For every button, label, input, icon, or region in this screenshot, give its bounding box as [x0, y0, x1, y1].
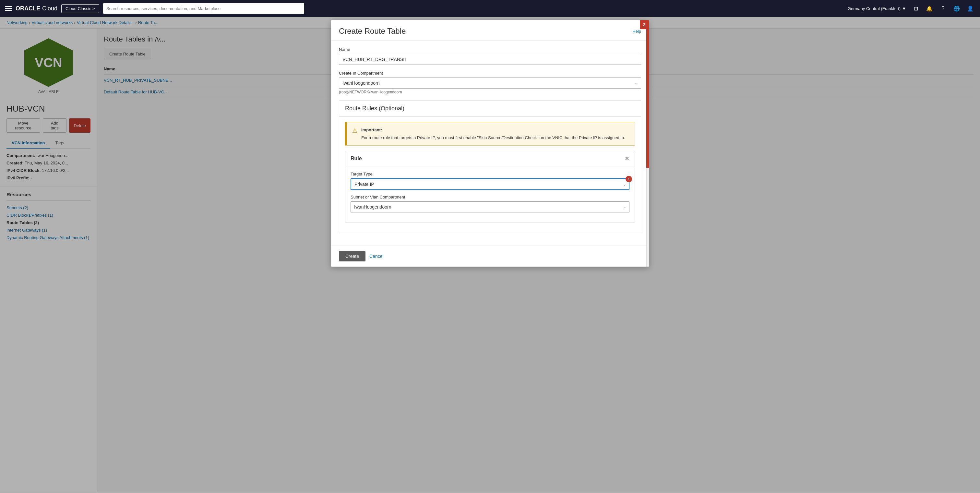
- warning-icon: ⚠: [352, 127, 357, 141]
- create-route-table-modal: 2 Create Route Table Help Name Create In…: [331, 20, 649, 267]
- rule-box: Rule ✕ Target Type 1: [345, 151, 635, 223]
- route-rules-body: ⚠ Important: For a route rule that targe…: [339, 117, 641, 233]
- subnet-compartment-row: Subnet or Vlan Compartment IwanHoogendoo…: [350, 195, 630, 212]
- modal-body: Name Create In Compartment IwanHoogendoo…: [331, 41, 649, 245]
- help-icon[interactable]: ?: [939, 4, 948, 13]
- target-type-select-wrapper: Private IP ⌄: [350, 178, 630, 190]
- cloud-classic-button[interactable]: Cloud Classic >: [61, 4, 99, 13]
- subnet-compartment-select[interactable]: IwanHoogendoorn: [350, 201, 630, 212]
- hamburger-menu[interactable]: [5, 6, 12, 11]
- target-type-field-wrapper: 1 Private IP ⌄: [350, 178, 630, 190]
- modal-footer: Create Cancel: [331, 245, 649, 267]
- modal-help-link[interactable]: Help: [632, 29, 641, 34]
- nav-icons: ⊡ 🔔 ? 🌐 👤: [911, 4, 975, 13]
- cloud-shell-icon[interactable]: ⊡: [911, 4, 920, 13]
- region-selector[interactable]: Germany Central (Frankfurt) ▼: [848, 6, 906, 11]
- subnet-label: Subnet or Vlan Compartment: [350, 195, 630, 199]
- rule-body: Target Type 1 Private IP ⌄: [345, 166, 635, 222]
- modal-header: Create Route Table Help: [331, 20, 649, 41]
- target-type-row: Target Type 1 Private IP ⌄: [350, 172, 630, 190]
- route-rules-section: Route Rules (Optional) ⚠ Important: For …: [339, 100, 641, 233]
- modal-title: Create Route Table: [339, 27, 406, 36]
- rule-header: Rule ✕: [345, 151, 635, 166]
- chevron-down-icon: ▼: [902, 6, 906, 11]
- top-navigation: ORACLE Cloud Cloud Classic > Germany Cen…: [0, 0, 980, 17]
- modal-overlay: 2 Create Route Table Help Name Create In…: [0, 17, 980, 493]
- bell-icon[interactable]: 🔔: [925, 4, 934, 13]
- modal-cancel-button[interactable]: Cancel: [369, 254, 383, 259]
- name-label: Name: [339, 47, 641, 52]
- target-type-label: Target Type: [350, 172, 630, 177]
- subnet-select-wrapper: IwanHoogendoorn ⌄: [350, 201, 630, 212]
- nav-right: Germany Central (Frankfurt) ▼ ⊡ 🔔 ? 🌐 👤: [848, 4, 975, 13]
- name-field-group: Name: [339, 47, 641, 65]
- route-rules-title: Route Rules (Optional): [345, 105, 635, 112]
- important-text: Important: For a route rule that targets…: [361, 127, 625, 141]
- badge-1: 1: [625, 176, 632, 182]
- important-notice: ⚠ Important: For a route rule that targe…: [345, 122, 635, 146]
- compartment-select[interactable]: IwanHoogendoorn: [339, 78, 641, 89]
- user-icon[interactable]: 👤: [966, 4, 975, 13]
- search-bar[interactable]: [103, 3, 304, 14]
- modal-create-button[interactable]: Create: [339, 251, 366, 261]
- scroll-indicator: [646, 20, 649, 267]
- compartment-path: (root)/NETWORK/IwanHoogendoorn: [339, 90, 641, 94]
- rule-title: Rule: [350, 156, 362, 162]
- rule-close-button[interactable]: ✕: [625, 155, 630, 162]
- compartment-field-group: Create In Compartment IwanHoogendoorn ⌄ …: [339, 71, 641, 94]
- compartment-select-wrapper: IwanHoogendoorn ⌄: [339, 78, 641, 89]
- name-input[interactable]: [339, 54, 641, 65]
- search-input[interactable]: [107, 6, 301, 11]
- scroll-thumb[interactable]: [646, 20, 649, 168]
- oracle-logo: ORACLE Cloud: [16, 5, 57, 12]
- compartment-label: Create In Compartment: [339, 71, 641, 76]
- corner-badge: 2: [640, 20, 649, 29]
- route-rules-header: Route Rules (Optional): [339, 100, 641, 117]
- globe-icon[interactable]: 🌐: [952, 4, 961, 13]
- target-type-select[interactable]: Private IP: [350, 178, 630, 190]
